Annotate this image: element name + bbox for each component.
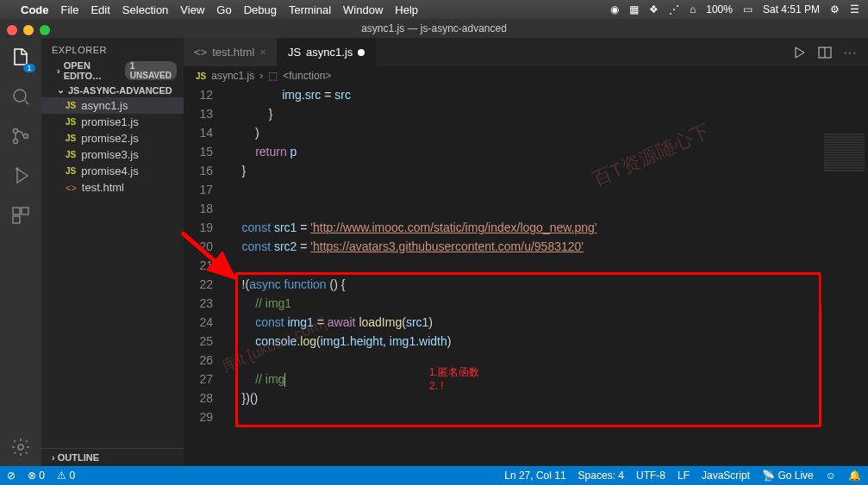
cube-icon: ⬚ bbox=[268, 70, 278, 82]
breadcrumbs[interactable]: JS async1.js › ⬚ <function> bbox=[184, 66, 868, 85]
eol[interactable]: LF bbox=[678, 469, 690, 482]
battery-text: 100% bbox=[706, 3, 733, 16]
svg-point-4 bbox=[16, 168, 18, 170]
indent-setting[interactable]: Spaces: 4 bbox=[578, 469, 624, 482]
menu-view[interactable]: View bbox=[180, 3, 204, 16]
code-content[interactable]: img.src = src bbox=[228, 85, 351, 104]
app-name[interactable]: Code bbox=[21, 3, 49, 16]
bell-icon[interactable]: 🔔 bbox=[848, 469, 861, 482]
status-bar: ⊘ ⊗ 0 ⚠ 0 Ln 27, Col 11 Spaces: 4 UTF-8 … bbox=[0, 466, 868, 485]
file-item[interactable]: JSpromise2.js bbox=[41, 130, 184, 146]
scm-icon[interactable] bbox=[10, 126, 31, 146]
file-item[interactable]: JSpromise4.js bbox=[41, 163, 184, 179]
code-content[interactable]: return p bbox=[228, 142, 297, 161]
folder-section[interactable]: ⌄ JS-ASYNC-ADVANCED bbox=[41, 83, 184, 97]
open-editors-section[interactable]: › OPEN EDITO… 1 UNSAVED bbox=[41, 59, 184, 83]
window-titlebar: async1.js — js-async-advanced bbox=[0, 19, 868, 38]
code-line[interactable]: 19 const src1 = 'http://www.imooc.com/st… bbox=[184, 218, 868, 237]
line-number: 26 bbox=[184, 351, 228, 370]
line-number: 16 bbox=[184, 161, 228, 180]
warnings-count[interactable]: ⚠ 0 bbox=[57, 469, 75, 482]
status-icon: ◉ bbox=[610, 3, 619, 16]
html-file-icon: <> bbox=[66, 183, 77, 193]
code-line[interactable]: 16 } bbox=[184, 161, 868, 180]
traffic-lights[interactable] bbox=[7, 25, 50, 35]
code-line[interactable]: 15 return p bbox=[184, 142, 868, 161]
code-content[interactable]: } bbox=[228, 104, 272, 123]
chevron-right-icon: › bbox=[259, 70, 263, 82]
explorer-sidebar: EXPLORER › OPEN EDITO… 1 UNSAVED ⌄ JS-AS… bbox=[41, 38, 184, 466]
line-number: 13 bbox=[184, 104, 228, 123]
svg-point-8 bbox=[18, 445, 23, 450]
menu-terminal[interactable]: Terminal bbox=[289, 3, 331, 16]
cursor-position[interactable]: Ln 27, Col 11 bbox=[504, 469, 565, 482]
menu-window[interactable]: Window bbox=[343, 3, 383, 16]
remote-icon[interactable]: ⊘ bbox=[7, 469, 16, 482]
js-file-icon: JS bbox=[66, 117, 76, 127]
code-line[interactable]: 17 bbox=[184, 180, 868, 199]
unsaved-count: 1 UNSAVED bbox=[125, 61, 177, 80]
close-tab-icon[interactable]: × bbox=[259, 46, 266, 59]
spotlight-icon[interactable]: ⚙ bbox=[830, 3, 840, 16]
menu-file[interactable]: File bbox=[61, 3, 79, 16]
minimize-window-icon[interactable] bbox=[23, 25, 34, 35]
menu-debug[interactable]: Debug bbox=[244, 3, 277, 16]
js-file-icon: JS bbox=[66, 150, 76, 159]
tab-async1-js[interactable]: JS async1.js bbox=[278, 38, 376, 66]
code-content[interactable]: const src1 = 'http://www.imooc.com/stati… bbox=[228, 218, 597, 237]
language-mode[interactable]: JavaScript bbox=[702, 469, 750, 482]
svg-point-2 bbox=[14, 140, 18, 144]
chevron-down-icon: ⌄ bbox=[57, 84, 65, 96]
code-content[interactable]: ) bbox=[228, 123, 259, 142]
file-item[interactable]: JSpromise1.js bbox=[41, 114, 184, 130]
file-item[interactable]: JSasync1.js bbox=[41, 97, 184, 114]
debug-icon[interactable] bbox=[10, 165, 31, 186]
svg-point-0 bbox=[14, 90, 26, 102]
svg-line-11 bbox=[182, 233, 234, 277]
code-content[interactable]: const src2 = 'https://avatars3.githubuse… bbox=[228, 237, 584, 256]
file-item[interactable]: JSpromise3.js bbox=[41, 146, 184, 163]
tab-bar: <> test.html × JS async1.js ··· bbox=[184, 38, 868, 66]
code-editor[interactable]: 12 img.src = src13 }14 )15 return p16 }1… bbox=[184, 85, 868, 466]
code-line[interactable]: 12 img.src = src bbox=[184, 85, 868, 104]
unsaved-dot-icon bbox=[358, 49, 365, 56]
feedback-icon[interactable]: ☺ bbox=[826, 469, 836, 482]
js-file-icon: JS bbox=[288, 46, 301, 59]
code-line[interactable]: 14 ) bbox=[184, 123, 868, 142]
run-icon[interactable] bbox=[792, 46, 806, 59]
js-file-icon: JS bbox=[66, 134, 76, 143]
extensions-icon[interactable] bbox=[10, 205, 31, 226]
code-content[interactable]: } bbox=[228, 161, 246, 180]
menu-selection[interactable]: Selection bbox=[122, 3, 168, 16]
menu-edit[interactable]: Edit bbox=[91, 3, 109, 16]
file-item[interactable]: <>test.html bbox=[41, 179, 184, 196]
menu-help[interactable]: Help bbox=[395, 3, 418, 16]
wifi-icon: ⋰ bbox=[669, 3, 679, 16]
go-live[interactable]: 📡 Go Live bbox=[762, 469, 814, 482]
settings-gear-icon[interactable] bbox=[10, 437, 31, 457]
minimap[interactable] bbox=[821, 133, 868, 305]
sidebar-header: EXPLORER bbox=[41, 38, 184, 59]
encoding[interactable]: UTF-8 bbox=[636, 469, 665, 482]
chevron-right-icon: › bbox=[57, 65, 60, 76]
svg-rect-7 bbox=[13, 216, 20, 223]
notif-icon[interactable]: ☰ bbox=[850, 3, 859, 16]
code-line[interactable]: 18 bbox=[184, 199, 868, 218]
close-window-icon[interactable] bbox=[7, 25, 17, 35]
activity-bar: 1 bbox=[0, 38, 41, 466]
split-editor-icon[interactable] bbox=[818, 46, 832, 59]
maximize-window-icon[interactable] bbox=[40, 25, 50, 35]
outline-section[interactable]: › OUTLINE bbox=[41, 448, 184, 466]
js-file-icon: JS bbox=[66, 166, 76, 176]
code-line[interactable]: 13 } bbox=[184, 104, 868, 123]
status-icon: ❖ bbox=[649, 3, 659, 16]
file-name: promise3.js bbox=[81, 148, 138, 161]
code-line[interactable]: 20 const src2 = 'https://avatars3.github… bbox=[184, 237, 868, 256]
errors-count[interactable]: ⊗ 0 bbox=[28, 469, 45, 482]
menu-go[interactable]: Go bbox=[216, 3, 231, 16]
tab-test-html[interactable]: <> test.html × bbox=[184, 38, 278, 66]
file-name: async1.js bbox=[81, 99, 128, 112]
window-title: async1.js — js-async-advanced bbox=[361, 22, 507, 34]
more-icon[interactable]: ··· bbox=[844, 47, 858, 59]
search-icon[interactable] bbox=[10, 86, 31, 107]
